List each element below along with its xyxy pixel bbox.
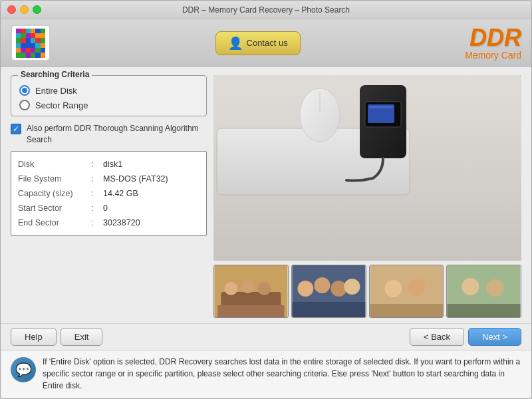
header: // Generate checkerboard inline const co…	[1, 19, 531, 67]
end-sector-label: End Sector	[18, 218, 91, 227]
thumbnail-4[interactable]	[446, 265, 521, 318]
filesystem-label: File System	[18, 174, 91, 184]
capacity-label: Capacity (size)	[18, 189, 91, 198]
svg-point-16	[314, 277, 330, 293]
nav-buttons: < Back Next >	[410, 328, 521, 346]
memory-card-label: Memory Card	[465, 50, 521, 61]
capacity-value: 14.42 GB	[103, 189, 200, 198]
sector-range-radio[interactable]	[19, 100, 30, 110]
search-criteria-title: Searching Criteria	[18, 70, 92, 79]
svg-point-15	[297, 281, 313, 297]
thumb3-img	[370, 265, 444, 318]
person-icon: 👤	[228, 36, 243, 51]
disk-row: Disk : disk1	[18, 157, 200, 172]
info-text: If 'Entire Disk' option is selected, DDR…	[43, 356, 521, 392]
back-button[interactable]: < Back	[410, 328, 464, 346]
thorough-scan-checkbox[interactable]: ✓	[11, 124, 21, 134]
start-sector-value: 0	[103, 203, 200, 213]
svg-point-11	[241, 280, 254, 293]
entire-disk-radio[interactable]	[19, 85, 30, 96]
maximize-button[interactable]	[33, 5, 41, 14]
help-button[interactable]: Help	[11, 328, 57, 346]
svg-point-26	[487, 279, 504, 297]
thorough-scan-label: Also perform DDR Thorough Scanning Algor…	[27, 123, 207, 146]
search-criteria-box: Searching Criteria Entire Disk Sector Ra…	[11, 75, 207, 116]
svg-rect-13	[217, 305, 284, 318]
thorough-scan-row: ✓ Also perform DDR Thorough Scanning Alg…	[11, 123, 207, 146]
info-area: 💬 If 'Entire Disk' option is selected, D…	[1, 350, 531, 398]
disk-label: Disk	[18, 160, 91, 169]
thumb2-img	[292, 265, 366, 318]
svg-rect-27	[448, 304, 521, 318]
left-buttons: Help Exit	[11, 328, 102, 346]
svg-point-18	[344, 279, 360, 295]
titlebar: DDR – Memory Card Recovery – Photo Searc…	[1, 1, 531, 19]
search-radio-group: Entire Disk Sector Range	[19, 85, 198, 110]
start-sector-row: Start Sector : 0	[18, 201, 200, 215]
main-window: DDR – Memory Card Recovery – Photo Searc…	[0, 0, 532, 399]
thumb4-img	[447, 265, 521, 318]
thumb1-img	[214, 265, 288, 318]
end-sector-row: End Sector : 30238720	[18, 215, 200, 230]
thumbnail-row	[213, 265, 521, 318]
disk-info-table: Disk : disk1 File System : MS-DOS (FAT32…	[11, 151, 207, 236]
svg-point-25	[462, 278, 479, 295]
disk-colon: :	[91, 160, 103, 169]
filesystem-row: File System : MS-DOS (FAT32)	[18, 172, 200, 186]
checkmark-icon: ✓	[13, 124, 19, 134]
exit-button[interactable]: Exit	[61, 328, 103, 346]
window-title: DDR – Memory Card Recovery – Photo Searc…	[182, 5, 350, 15]
speech-bubble-icon: 💬	[15, 362, 32, 378]
disk-value: disk1	[103, 160, 200, 169]
end-sector-colon: :	[91, 218, 103, 227]
svg-rect-5	[369, 106, 393, 108]
thumbnail-3[interactable]	[369, 265, 444, 318]
sector-range-option[interactable]: Sector Range	[19, 100, 198, 110]
app-logo: // Generate checkerboard inline const co…	[11, 25, 51, 61]
filesystem-value: MS-DOS (FAT32)	[103, 174, 200, 184]
sector-range-label: Sector Range	[35, 100, 88, 110]
entire-disk-label: Entire Disk	[35, 86, 77, 96]
next-button[interactable]: Next >	[468, 328, 521, 346]
radio-dot	[22, 88, 27, 93]
right-panel: const svgG = document.currentScript.pare…	[213, 75, 521, 318]
svg-point-21	[384, 280, 402, 297]
info-icon: 💬	[11, 357, 36, 382]
svg-rect-19	[292, 302, 365, 318]
ddr-title: DDR	[465, 26, 521, 50]
thumbnail-1[interactable]	[213, 265, 289, 318]
ddr-branding: DDR Memory Card	[465, 26, 521, 61]
capacity-colon: :	[91, 189, 103, 198]
svg-point-12	[257, 282, 271, 295]
close-button[interactable]	[7, 5, 16, 14]
svg-point-22	[408, 279, 425, 296]
photo-svg: const svgG = document.currentScript.pare…	[213, 75, 521, 261]
svg-point-10	[224, 282, 237, 295]
traffic-lights	[7, 5, 41, 14]
photo-scene: const svgG = document.currentScript.pare…	[213, 75, 521, 261]
main-content: Searching Criteria Entire Disk Sector Ra…	[1, 67, 531, 323]
checkerboard-icon: // Generate checkerboard inline const co…	[16, 29, 45, 58]
bottom-bar: Help Exit < Back Next >	[1, 323, 531, 350]
filesystem-colon: :	[91, 174, 103, 184]
thumbnail-2[interactable]	[291, 265, 366, 318]
start-sector-colon: :	[91, 203, 103, 213]
main-photo-area: const svgG = document.currentScript.pare…	[213, 75, 521, 261]
capacity-row: Capacity (size) : 14.42 GB	[18, 186, 200, 201]
minimize-button[interactable]	[20, 5, 29, 14]
start-sector-label: Start Sector	[18, 203, 91, 213]
contact-button[interactable]: 👤 Contact us	[215, 31, 301, 55]
left-panel: Searching Criteria Entire Disk Sector Ra…	[11, 75, 207, 318]
contact-label: Contact us	[247, 38, 288, 48]
end-sector-value: 30238720	[103, 218, 200, 227]
entire-disk-option[interactable]: Entire Disk	[19, 85, 198, 96]
svg-rect-23	[370, 304, 443, 318]
